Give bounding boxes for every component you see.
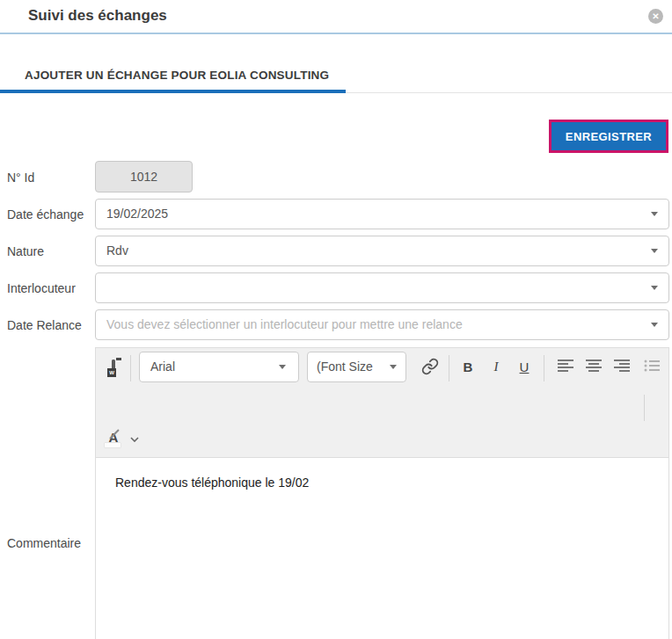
save-button-highlight: ENREGISTRER: [549, 120, 668, 153]
comment-text: Rendez-vous téléphonique le 19/02: [115, 476, 668, 490]
chevron-down-icon: [130, 437, 139, 442]
field-label-date-relance: Date Relance: [7, 318, 82, 332]
toolbar-divider: [130, 355, 131, 381]
field-label-id: N° Id: [7, 171, 34, 185]
field-label-interlocuteur: Interlocuteur: [7, 281, 76, 295]
link-icon: [421, 358, 439, 375]
tab-ajouter-echange[interactable]: AJOUTER UN ÉCHANGE POUR EOLIA CONSULTING: [25, 69, 329, 82]
field-label-nature: Nature: [7, 244, 44, 258]
paste-from-word-button[interactable]: W: [103, 355, 124, 380]
font-color-preview: [105, 443, 121, 447]
header-divider: [0, 33, 672, 34]
caret-down-icon: [390, 365, 397, 369]
close-icon: ✕: [648, 9, 663, 24]
date-relance-placeholder: Vous devez sélectionner un interlocuteur…: [106, 310, 463, 339]
align-center-icon: [586, 359, 602, 372]
font-color-button[interactable]: A: [103, 425, 124, 450]
caret-down-icon: [651, 212, 658, 216]
font-family-select[interactable]: Arial: [139, 352, 299, 382]
interlocuteur-select[interactable]: [95, 272, 669, 303]
align-center-button[interactable]: [585, 359, 603, 374]
active-tab-underline: [0, 90, 346, 93]
editor-toolbar: W Arial (Font Size B I U: [96, 348, 668, 458]
font-size-select[interactable]: (Font Size: [307, 352, 406, 382]
font-size-placeholder: (Font Size: [317, 352, 373, 381]
align-right-icon: [614, 359, 630, 372]
word-letter: W: [107, 368, 116, 377]
nature-select[interactable]: Rdv: [95, 236, 669, 266]
toolbar-divider: [644, 395, 645, 421]
comment-editor: W Arial (Font Size B I U: [95, 347, 669, 639]
underline-button[interactable]: U: [512, 353, 537, 380]
field-label-commentaire: Commentaire: [7, 536, 81, 550]
paste-from-word-icon: W: [112, 359, 115, 376]
dialog-title: Suivi des échanges: [28, 7, 167, 25]
caret-down-icon: [651, 249, 658, 253]
id-field: 1012: [95, 161, 193, 192]
caret-down-icon: [279, 365, 286, 369]
font-family-value: Arial: [150, 352, 175, 381]
toolbar-divider: [449, 355, 449, 381]
nature-value: Rdv: [106, 236, 128, 265]
save-button[interactable]: ENREGISTRER: [551, 122, 666, 150]
link-button[interactable]: [420, 357, 441, 378]
editor-content-area[interactable]: Rendez-vous téléphonique le 19/02: [96, 458, 668, 639]
bold-button[interactable]: B: [456, 353, 480, 380]
italic-button[interactable]: I: [484, 353, 508, 380]
align-left-button[interactable]: [557, 359, 574, 374]
toolbar-divider: [544, 355, 544, 381]
font-color-chevron-button[interactable]: [128, 429, 142, 447]
align-left-icon: [558, 359, 573, 372]
field-label-date-echange: Date échange: [7, 207, 84, 221]
caret-down-icon: [651, 286, 658, 290]
date-echange-select[interactable]: 19/02/2025: [95, 199, 669, 229]
bullet-list-button[interactable]: [643, 359, 661, 374]
close-button[interactable]: ✕: [648, 9, 663, 24]
align-right-button[interactable]: [613, 359, 631, 374]
date-relance-select[interactable]: Vous devez sélectionner un interlocuteur…: [95, 309, 669, 340]
date-echange-value: 19/02/2025: [106, 200, 168, 229]
bullet-list-icon: [644, 359, 660, 372]
caret-down-icon: [651, 323, 658, 327]
